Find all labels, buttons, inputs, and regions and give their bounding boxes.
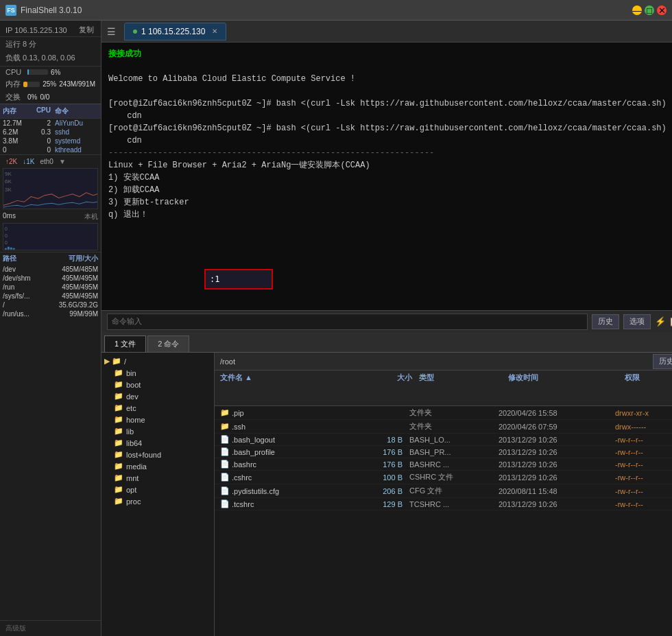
file-tab-cmd[interactable]: 2 命令 bbox=[147, 335, 189, 352]
file-row-2[interactable]: 📄 .bash_logout 18 B BASH_LO... 2013/12/2… bbox=[215, 434, 672, 446]
tree-item-mnt[interactable]: 📁 mnt bbox=[111, 472, 214, 484]
tree-item-root[interactable]: ▶ 📁 / bbox=[101, 355, 214, 367]
terminal-line-11: q) 退出！ bbox=[108, 209, 672, 221]
minimize-button[interactable]: — bbox=[632, 5, 642, 15]
th-cmd: 命令 bbox=[55, 106, 98, 116]
options-button[interactable]: 选项 bbox=[623, 314, 651, 329]
session-tab-bar: ☰ 1 106.15.225.130 ✕ ⊞ ≡ bbox=[101, 21, 672, 43]
tree-item-lib[interactable]: 📁 lib bbox=[111, 425, 214, 437]
col-header-date[interactable]: 修改时间 bbox=[508, 373, 618, 403]
tree-item-boot[interactable]: 📁 boot bbox=[111, 379, 214, 390]
swap-label: 交换 bbox=[5, 92, 25, 102]
close-button[interactable]: ✕ bbox=[657, 5, 667, 15]
file-row-3[interactable]: 📄 .bash_profile 176 B BASH_PR... 2013/12… bbox=[215, 446, 672, 458]
copy-ip-button[interactable]: 复制 bbox=[77, 25, 95, 35]
col-header-perm[interactable]: 权限 bbox=[625, 373, 672, 403]
file-list: 📁 .pip 文件夹 2020/04/26 15:58 drwxr-xr-x r… bbox=[215, 406, 672, 636]
tree-item-bin[interactable]: 📁 bin bbox=[111, 367, 214, 379]
file-row-6[interactable]: 📄 .pydistutils.cfg 206 B CFG 文件 2020/08/… bbox=[215, 484, 672, 498]
tree-item-proc[interactable]: 📁 proc bbox=[111, 495, 214, 507]
uptime: 运行 8 分 bbox=[0, 37, 101, 51]
titlebar: FS FinalShell 3.0.10 — □ ✕ bbox=[0, 0, 672, 21]
file-size-3: 176 B bbox=[348, 448, 403, 456]
sessions-icon[interactable]: ☰ bbox=[107, 26, 116, 37]
disk-row: /dev/shm 495M/495M bbox=[0, 274, 101, 283]
svg-rect-6 bbox=[13, 248, 15, 250]
main-layout: IP 106.15.225.130 复制 运行 8 分 负载 0.13, 0.0… bbox=[0, 21, 672, 636]
file-name-7: 📄 .tcshrc bbox=[220, 499, 348, 508]
proc-cmd-3: kthreadd bbox=[55, 146, 98, 154]
proc-cmd-2: systemd bbox=[55, 137, 98, 145]
command-input[interactable] bbox=[107, 314, 588, 330]
file-row-5[interactable]: 📄 .cshrc 100 B CSHRC 文件 2013/12/29 10:26… bbox=[215, 471, 672, 484]
ping-value: 0ms bbox=[3, 212, 16, 222]
col-header-size[interactable]: 大小 bbox=[357, 373, 412, 403]
terminal-input-box[interactable]: :1 bbox=[204, 269, 273, 290]
file-tab-label-0: 1 文件 bbox=[115, 339, 136, 349]
folder-icon: 📁 bbox=[114, 438, 123, 447]
proc-cpu-0: 2 bbox=[30, 119, 51, 127]
process-list: 12.7M 2 AliYunDu 6.2M 0.3 sshd 3.8M 0 sy… bbox=[0, 119, 101, 154]
file-row-7[interactable]: 📄 .tcshrc 129 B TCSHRC ... 2013/12/29 10… bbox=[215, 498, 672, 510]
window-controls: — □ ✕ bbox=[632, 5, 667, 15]
tree-label-dev: dev bbox=[126, 392, 139, 401]
load-avg: 负载 0.13, 0.08, 0.06 bbox=[0, 51, 101, 67]
file-row-4[interactable]: 📄 .bashrc 176 B BASHRC ... 2013/12/29 10… bbox=[215, 458, 672, 471]
col-header-type[interactable]: 类型 bbox=[419, 373, 501, 403]
session-tab-0[interactable]: 1 106.15.225.130 ✕ bbox=[124, 23, 226, 40]
file-perm-5: -rw-r--r-- bbox=[615, 473, 672, 482]
file-perm-0: drwxr-xr-x bbox=[615, 409, 672, 417]
file-name-6: 📄 .pydistutils.cfg bbox=[220, 486, 348, 495]
net-dropdown-icon[interactable]: ▼ bbox=[59, 158, 66, 165]
tree-label-bin: bin bbox=[126, 369, 136, 377]
file-perm-7: -rw-r--r-- bbox=[615, 500, 672, 508]
file-perm-6: -rw-r--r-- bbox=[615, 487, 672, 495]
lightning-icon[interactable]: ⚡ bbox=[655, 316, 666, 327]
file-row-0[interactable]: 📁 .pip 文件夹 2020/04/26 15:58 drwxr-xr-x r… bbox=[215, 406, 672, 420]
col-header-name[interactable]: 文件名 ▲ bbox=[220, 373, 357, 403]
ping-subtitle: 本机 bbox=[84, 212, 98, 222]
proc-cpu-1: 0.3 bbox=[30, 128, 51, 136]
file-tab-files[interactable]: 1 文件 bbox=[104, 335, 146, 352]
file-browser: ▶ 📁 / 📁 bin 📁 boot 📁 dev bbox=[101, 353, 672, 636]
file-name-4: 📄 .bashrc bbox=[220, 460, 348, 469]
tree-label-home: home bbox=[126, 416, 145, 424]
app-title: FinalShell 3.0.10 bbox=[21, 5, 632, 15]
tree-item-home[interactable]: 📁 home bbox=[111, 414, 214, 425]
network-graph: 9K 6K 3K bbox=[3, 168, 98, 209]
process-row: 3.8M 0 systemd bbox=[0, 137, 101, 145]
terminal-toolbar: 历史 选项 ⚡ 📋 🔍 ⚙ ↓ ↑ bbox=[101, 310, 672, 332]
clipboard-icon[interactable]: 📋 bbox=[669, 316, 672, 327]
file-history-btn[interactable]: 历史 bbox=[653, 354, 672, 369]
tree-item-media[interactable]: 📁 media bbox=[111, 460, 214, 472]
file-icon: 📄 bbox=[220, 486, 230, 495]
file-size-6: 206 B bbox=[348, 487, 403, 495]
tree-item-lib64[interactable]: 📁 lib64 bbox=[111, 437, 214, 449]
terminal-line-8: 1) 安装CCAA bbox=[108, 172, 672, 184]
tab-close-button[interactable]: ✕ bbox=[212, 27, 217, 35]
cpu-value: 6% bbox=[51, 69, 60, 76]
process-table-header: 内存 CPU 命令 bbox=[0, 104, 101, 119]
file-row-1[interactable]: 📁 .ssh 文件夹 2020/04/26 07:59 drwx------ r… bbox=[215, 420, 672, 434]
terminal[interactable]: 接接成功 Welcome to Alibaba Cloud Elastic Co… bbox=[101, 43, 672, 310]
svg-rect-4 bbox=[8, 247, 10, 250]
tree-item-etc[interactable]: 📁 etc bbox=[111, 402, 214, 414]
cpu-stat: CPU 6% bbox=[0, 67, 101, 78]
svg-text:0: 0 bbox=[5, 240, 8, 245]
tree-label-lib64: lib64 bbox=[126, 439, 142, 447]
maximize-button[interactable]: □ bbox=[645, 5, 654, 15]
tree-item-opt[interactable]: 📁 opt bbox=[111, 484, 214, 495]
tree-label-root: / bbox=[124, 357, 126, 366]
terminal-line-5: cdn bbox=[108, 134, 672, 147]
tree-label-opt: opt bbox=[126, 486, 136, 494]
file-name-5: 📄 .cshrc bbox=[220, 473, 348, 482]
file-tab-label-1: 2 命令 bbox=[158, 339, 179, 349]
disk-path-1: /dev/shm bbox=[3, 274, 51, 282]
proc-cpu-2: 0 bbox=[30, 137, 51, 145]
folder-icon: 📁 bbox=[114, 403, 123, 412]
file-panel-tabs: 1 文件 2 命令 bbox=[101, 332, 672, 353]
tree-item-dev[interactable]: 📁 dev bbox=[111, 390, 214, 402]
app-icon: FS bbox=[5, 5, 16, 16]
history-button[interactable]: 历史 bbox=[592, 314, 619, 329]
tree-item-lost[interactable]: 📁 lost+found bbox=[111, 449, 214, 460]
